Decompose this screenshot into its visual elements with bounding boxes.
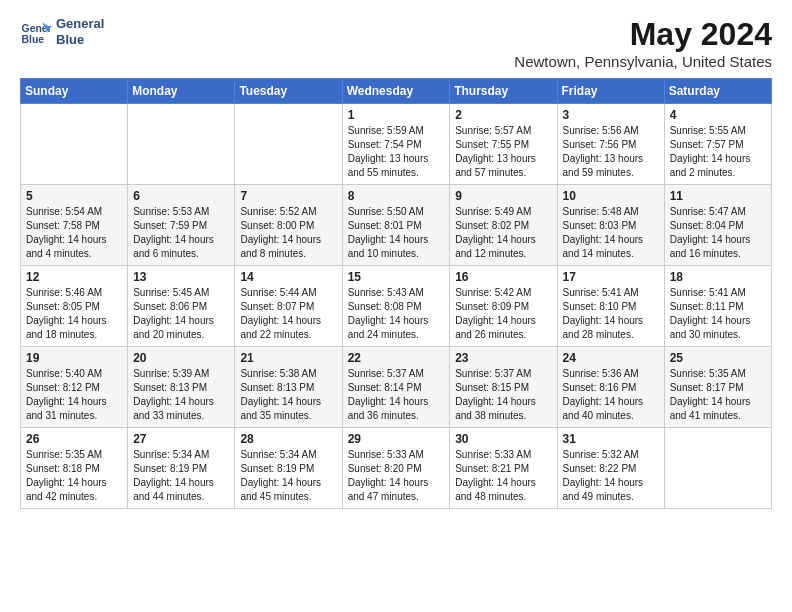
day-info: Sunrise: 5:47 AM Sunset: 8:04 PM Dayligh… [670,205,766,261]
day-number: 24 [563,351,659,365]
day-number: 31 [563,432,659,446]
calendar-day-20: 20Sunrise: 5:39 AM Sunset: 8:13 PM Dayli… [128,347,235,428]
calendar-day-9: 9Sunrise: 5:49 AM Sunset: 8:02 PM Daylig… [450,185,557,266]
weekday-header-row: SundayMondayTuesdayWednesdayThursdayFrid… [21,79,772,104]
svg-text:Blue: Blue [22,34,45,45]
day-info: Sunrise: 5:57 AM Sunset: 7:55 PM Dayligh… [455,124,551,180]
day-info: Sunrise: 5:32 AM Sunset: 8:22 PM Dayligh… [563,448,659,504]
calendar-day-29: 29Sunrise: 5:33 AM Sunset: 8:20 PM Dayli… [342,428,450,509]
day-number: 7 [240,189,336,203]
day-number: 18 [670,270,766,284]
day-info: Sunrise: 5:53 AM Sunset: 7:59 PM Dayligh… [133,205,229,261]
calendar-day-10: 10Sunrise: 5:48 AM Sunset: 8:03 PM Dayli… [557,185,664,266]
day-info: Sunrise: 5:46 AM Sunset: 8:05 PM Dayligh… [26,286,122,342]
logo-line1: General [56,16,104,32]
calendar-day-24: 24Sunrise: 5:36 AM Sunset: 8:16 PM Dayli… [557,347,664,428]
day-number: 5 [26,189,122,203]
calendar-day-5: 5Sunrise: 5:54 AM Sunset: 7:58 PM Daylig… [21,185,128,266]
day-number: 17 [563,270,659,284]
day-info: Sunrise: 5:44 AM Sunset: 8:07 PM Dayligh… [240,286,336,342]
calendar-day-2: 2Sunrise: 5:57 AM Sunset: 7:55 PM Daylig… [450,104,557,185]
weekday-header-wednesday: Wednesday [342,79,450,104]
calendar-day-12: 12Sunrise: 5:46 AM Sunset: 8:05 PM Dayli… [21,266,128,347]
day-number: 27 [133,432,229,446]
calendar-day-14: 14Sunrise: 5:44 AM Sunset: 8:07 PM Dayli… [235,266,342,347]
day-info: Sunrise: 5:41 AM Sunset: 8:10 PM Dayligh… [563,286,659,342]
day-number: 9 [455,189,551,203]
main-title: May 2024 [514,16,772,53]
calendar-day-17: 17Sunrise: 5:41 AM Sunset: 8:10 PM Dayli… [557,266,664,347]
day-number: 25 [670,351,766,365]
calendar-empty [128,104,235,185]
calendar-day-6: 6Sunrise: 5:53 AM Sunset: 7:59 PM Daylig… [128,185,235,266]
day-info: Sunrise: 5:37 AM Sunset: 8:14 PM Dayligh… [348,367,445,423]
day-number: 1 [348,108,445,122]
calendar-day-15: 15Sunrise: 5:43 AM Sunset: 8:08 PM Dayli… [342,266,450,347]
day-number: 21 [240,351,336,365]
day-info: Sunrise: 5:42 AM Sunset: 8:09 PM Dayligh… [455,286,551,342]
calendar-day-18: 18Sunrise: 5:41 AM Sunset: 8:11 PM Dayli… [664,266,771,347]
day-info: Sunrise: 5:48 AM Sunset: 8:03 PM Dayligh… [563,205,659,261]
day-number: 11 [670,189,766,203]
calendar-table: SundayMondayTuesdayWednesdayThursdayFrid… [20,78,772,509]
title-block: May 2024 Newtown, Pennsylvania, United S… [514,16,772,70]
day-info: Sunrise: 5:35 AM Sunset: 8:18 PM Dayligh… [26,448,122,504]
day-info: Sunrise: 5:59 AM Sunset: 7:54 PM Dayligh… [348,124,445,180]
calendar-day-11: 11Sunrise: 5:47 AM Sunset: 8:04 PM Dayli… [664,185,771,266]
day-info: Sunrise: 5:40 AM Sunset: 8:12 PM Dayligh… [26,367,122,423]
calendar-day-25: 25Sunrise: 5:35 AM Sunset: 8:17 PM Dayli… [664,347,771,428]
calendar-day-28: 28Sunrise: 5:34 AM Sunset: 8:19 PM Dayli… [235,428,342,509]
day-info: Sunrise: 5:50 AM Sunset: 8:01 PM Dayligh… [348,205,445,261]
day-info: Sunrise: 5:34 AM Sunset: 8:19 PM Dayligh… [240,448,336,504]
day-info: Sunrise: 5:43 AM Sunset: 8:08 PM Dayligh… [348,286,445,342]
day-info: Sunrise: 5:54 AM Sunset: 7:58 PM Dayligh… [26,205,122,261]
day-number: 30 [455,432,551,446]
day-number: 10 [563,189,659,203]
weekday-header-monday: Monday [128,79,235,104]
day-info: Sunrise: 5:38 AM Sunset: 8:13 PM Dayligh… [240,367,336,423]
weekday-header-tuesday: Tuesday [235,79,342,104]
calendar-week-4: 26Sunrise: 5:35 AM Sunset: 8:18 PM Dayli… [21,428,772,509]
calendar-day-23: 23Sunrise: 5:37 AM Sunset: 8:15 PM Dayli… [450,347,557,428]
calendar-day-19: 19Sunrise: 5:40 AM Sunset: 8:12 PM Dayli… [21,347,128,428]
calendar-day-27: 27Sunrise: 5:34 AM Sunset: 8:19 PM Dayli… [128,428,235,509]
weekday-header-thursday: Thursday [450,79,557,104]
day-info: Sunrise: 5:37 AM Sunset: 8:15 PM Dayligh… [455,367,551,423]
calendar-day-21: 21Sunrise: 5:38 AM Sunset: 8:13 PM Dayli… [235,347,342,428]
calendar-day-3: 3Sunrise: 5:56 AM Sunset: 7:56 PM Daylig… [557,104,664,185]
calendar-day-4: 4Sunrise: 5:55 AM Sunset: 7:57 PM Daylig… [664,104,771,185]
calendar-day-26: 26Sunrise: 5:35 AM Sunset: 8:18 PM Dayli… [21,428,128,509]
calendar-day-13: 13Sunrise: 5:45 AM Sunset: 8:06 PM Dayli… [128,266,235,347]
calendar-empty [235,104,342,185]
calendar-empty [664,428,771,509]
calendar-day-31: 31Sunrise: 5:32 AM Sunset: 8:22 PM Dayli… [557,428,664,509]
logo-icon: General Blue [20,16,52,48]
calendar-day-1: 1Sunrise: 5:59 AM Sunset: 7:54 PM Daylig… [342,104,450,185]
logo: General Blue General Blue [20,16,104,48]
day-number: 19 [26,351,122,365]
day-number: 6 [133,189,229,203]
day-info: Sunrise: 5:35 AM Sunset: 8:17 PM Dayligh… [670,367,766,423]
day-number: 3 [563,108,659,122]
weekday-header-saturday: Saturday [664,79,771,104]
subtitle: Newtown, Pennsylvania, United States [514,53,772,70]
day-number: 4 [670,108,766,122]
day-number: 20 [133,351,229,365]
logo-line2: Blue [56,32,104,48]
day-number: 26 [26,432,122,446]
page-header: General Blue General Blue May 2024 Newto… [20,16,772,70]
day-info: Sunrise: 5:55 AM Sunset: 7:57 PM Dayligh… [670,124,766,180]
day-info: Sunrise: 5:36 AM Sunset: 8:16 PM Dayligh… [563,367,659,423]
day-info: Sunrise: 5:33 AM Sunset: 8:21 PM Dayligh… [455,448,551,504]
calendar-week-1: 5Sunrise: 5:54 AM Sunset: 7:58 PM Daylig… [21,185,772,266]
day-info: Sunrise: 5:49 AM Sunset: 8:02 PM Dayligh… [455,205,551,261]
day-info: Sunrise: 5:56 AM Sunset: 7:56 PM Dayligh… [563,124,659,180]
day-number: 23 [455,351,551,365]
calendar-week-3: 19Sunrise: 5:40 AM Sunset: 8:12 PM Dayli… [21,347,772,428]
day-info: Sunrise: 5:52 AM Sunset: 8:00 PM Dayligh… [240,205,336,261]
calendar-day-22: 22Sunrise: 5:37 AM Sunset: 8:14 PM Dayli… [342,347,450,428]
weekday-header-friday: Friday [557,79,664,104]
day-number: 22 [348,351,445,365]
day-number: 14 [240,270,336,284]
day-number: 2 [455,108,551,122]
